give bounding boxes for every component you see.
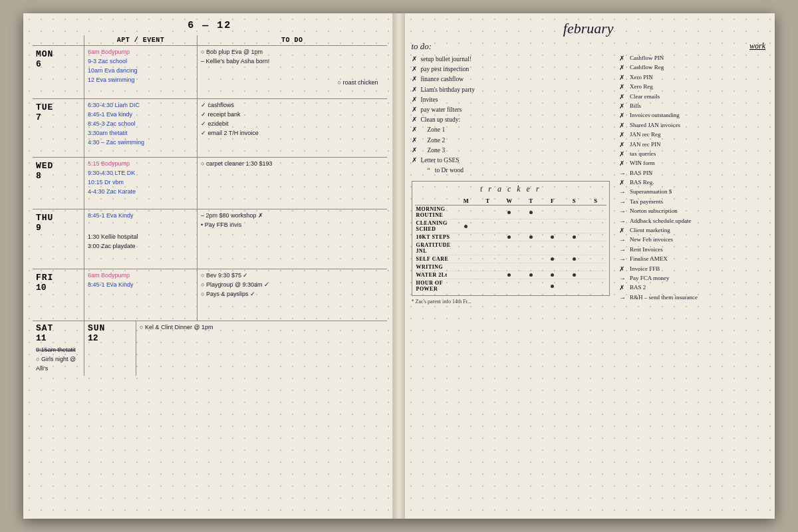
right-page-header: february bbox=[412, 20, 766, 37]
sunday-day: SUN 12 bbox=[84, 321, 136, 376]
tracker-row: GRATITUDE JNL bbox=[415, 241, 607, 255]
tracker-col-w: W bbox=[499, 197, 520, 205]
todo-list: ✗ setup bullet journal! ✗ pay pest inspe… bbox=[412, 55, 610, 176]
tracker-table: M T W T F S S MORNING ROUTINE bbox=[415, 197, 607, 293]
friday-row: FRI 10 6am Bodypump 8:45-1 Eva Kindy ○ B… bbox=[33, 269, 387, 321]
tracker-col-f: F bbox=[541, 197, 563, 205]
friday-apt: 6am Bodypump 8:45-1 Eva Kindy bbox=[84, 269, 198, 321]
list-item: “ to Dr wood bbox=[412, 166, 610, 176]
thursday-todo: – 2pm $80 workshop ✗ • Pay FFB invis bbox=[198, 209, 387, 269]
saturday-day: SAT 11 9:15am thetatit ○ Girls night @ A… bbox=[33, 321, 84, 376]
list-item: ✗ BAS 2 bbox=[619, 283, 765, 292]
tracker-row: SELF CARE bbox=[415, 255, 607, 263]
list-item: ✗ JAN rec PIN bbox=[619, 140, 765, 149]
sunday-area: SUN 12 ○ Kel & Clint Dinner @ 1pm bbox=[84, 321, 387, 376]
tracker-row-header bbox=[415, 197, 456, 205]
apt-col-header: APT / EVENT bbox=[84, 35, 198, 46]
list-item: ✗ Shared JAN invoices bbox=[619, 120, 765, 130]
tracker-col-s: S bbox=[563, 197, 585, 205]
page-left: 6 — 12 APT / EVENT TO DO MON 6 6am Bodyp… bbox=[23, 13, 393, 519]
list-item: ✗ setup bullet journal! bbox=[412, 55, 610, 65]
list-item: ✗ Clean up study: bbox=[412, 115, 610, 125]
work-list: ✗ Cashflow PIN ✗ Cashflow Reg ✗ Xero PIN… bbox=[619, 53, 765, 302]
list-item: ✗ WIN form bbox=[619, 158, 765, 168]
work-title: work bbox=[619, 41, 765, 51]
list-item: ✗ Invoices outstanding bbox=[619, 110, 765, 120]
day-col-header bbox=[33, 35, 84, 46]
tuesday-todo: ✓ cashflows ✓ receipt bank ✓ ezidebit ✓ … bbox=[198, 99, 387, 157]
wednesday-apt: 5:15 Bodypump 9:30-4:30 LTE DK 10:15 Dr … bbox=[84, 158, 198, 209]
tracker-col-t: T bbox=[477, 197, 498, 205]
list-item: ✗ Client marketing bbox=[619, 225, 765, 235]
column-headers: APT / EVENT TO DO bbox=[33, 35, 387, 46]
list-item: → Finalise AMEX bbox=[619, 254, 765, 263]
list-item: ✗ BAS Reg. bbox=[619, 178, 765, 187]
right-todo-section: to do: ✗ setup bullet journal! ✗ pay pes… bbox=[412, 41, 614, 505]
tuesday-row: TUE 7 6:30-4:30 Liam DIC 8:45-1 Eva kind… bbox=[33, 99, 387, 158]
weekend-row: SAT 11 9:15am thetatit ○ Girls night @ A… bbox=[33, 321, 387, 376]
tracker-row: 10KT STEPS bbox=[415, 233, 607, 241]
thursday-day: THU 9 bbox=[33, 209, 84, 269]
friday-todo: ○ Bev 9:30 $75 ✓ ○ Playgroup @ 9:30am ✓ … bbox=[198, 269, 387, 321]
list-item: ✗ Bills bbox=[619, 101, 765, 110]
monday-todo: ○ Bob plup Eva @ 1pm – Kellie's baby Ash… bbox=[198, 46, 387, 98]
notebook: 6 — 12 APT / EVENT TO DO MON 6 6am Bodyp… bbox=[23, 13, 775, 519]
list-item: → R&H – send them insurance bbox=[619, 293, 765, 302]
wednesday-row: WED 8 5:15 Bodypump 9:30-4:30 LTE DK 10:… bbox=[33, 158, 387, 209]
list-item: ✗ Cashflow Reg bbox=[619, 63, 765, 72]
list-item: → Tax payments bbox=[619, 197, 765, 206]
list-item: ✗ Xero PIN bbox=[619, 72, 765, 82]
list-item: → Norton subscription bbox=[619, 206, 765, 215]
tracker-col-t2: T bbox=[520, 197, 541, 205]
tracker-col-s2: S bbox=[585, 197, 606, 205]
tracker-row: CLEANING SCHED bbox=[415, 219, 607, 233]
tuesday-day: TUE 7 bbox=[33, 99, 84, 157]
page-right: february to do: ✗ setup bullet journal! … bbox=[405, 13, 775, 519]
tracker-title: t r a c k e r bbox=[415, 184, 607, 194]
tracker-row: HOUR OF POWER bbox=[415, 279, 607, 293]
tracker-section: t r a c k e r M T W T F S S bbox=[412, 181, 610, 296]
todo-section-title: to do: bbox=[412, 41, 610, 52]
tuesday-apt: 6:30-4:30 Liam DIC 8:45-1 Eva kindy 8:45… bbox=[84, 99, 198, 157]
friday-day: FRI 10 bbox=[33, 269, 84, 321]
list-item: ✗ pay water filters bbox=[412, 105, 610, 115]
footnote: * Zac's parent info 14th Fr... bbox=[412, 299, 610, 305]
monday-row: MON 6 6am Bodypump 9-3 Zac school 10am E… bbox=[33, 46, 387, 99]
list-item: ✗ Invoice FFB bbox=[619, 264, 765, 273]
list-item: ✗ Zone 1 bbox=[412, 125, 610, 135]
list-item: → Pay FCA money bbox=[619, 273, 765, 283]
thursday-row: THU 9 8:45-1 Eva Kindy 1:30 Kellie hospi… bbox=[33, 209, 387, 269]
list-item: ✗ Clear emails bbox=[619, 92, 765, 101]
list-item: → Rent Invoices bbox=[619, 245, 765, 254]
wednesday-todo: ○ carpet cleaner 1:30 $193 bbox=[198, 158, 387, 209]
list-item: ✗ Invites bbox=[412, 95, 610, 105]
left-page-header: 6 — 12 bbox=[33, 20, 387, 31]
sunday-todo: ○ Kel & Clint Dinner @ 1pm bbox=[136, 321, 387, 376]
monday-day: MON 6 bbox=[33, 46, 84, 98]
list-item: ✗ Zone 3 bbox=[412, 146, 610, 156]
wednesday-day: WED 8 bbox=[33, 158, 84, 209]
list-item: ✗ Letter to GSES bbox=[412, 156, 610, 166]
tracker-row: WATER 2Lt bbox=[415, 271, 607, 279]
list-item: → Addback schedule update bbox=[619, 216, 765, 225]
list-item: ✗ Cashflow PIN bbox=[619, 53, 765, 63]
list-item: ✗ JAN rec Reg bbox=[619, 130, 765, 139]
right-content: to do: ✗ setup bullet journal! ✗ pay pes… bbox=[412, 41, 766, 505]
tracker-row: MORNING ROUTINE bbox=[415, 205, 607, 219]
list-item: ✗ pay pest inspection bbox=[412, 65, 610, 74]
list-item: → New Feb invoices bbox=[619, 235, 765, 244]
list-item: ✗ Xero Reg bbox=[619, 82, 765, 91]
list-item: → BAS PIN bbox=[619, 168, 765, 178]
todo-col-header: TO DO bbox=[198, 35, 387, 46]
list-item: ✗ tax queries bbox=[619, 149, 765, 158]
tracker-row: WRITING bbox=[415, 263, 607, 271]
list-item: ✗ Liam's birthday party bbox=[412, 85, 610, 95]
list-item: ✗ finance cashflow bbox=[412, 74, 610, 84]
work-section: work ✗ Cashflow PIN ✗ Cashflow Reg ✗ Xer… bbox=[619, 41, 765, 505]
thursday-apt: 8:45-1 Eva Kindy 1:30 Kellie hospital 3:… bbox=[84, 209, 198, 269]
monday-apt: 6am Bodypump 9-3 Zac school 10am Eva dan… bbox=[84, 46, 198, 98]
tracker-col-m: M bbox=[456, 197, 477, 205]
list-item: → Superannuation $ bbox=[619, 187, 765, 196]
spine bbox=[393, 13, 405, 519]
list-item: ✗ Zone 2 bbox=[412, 136, 610, 146]
